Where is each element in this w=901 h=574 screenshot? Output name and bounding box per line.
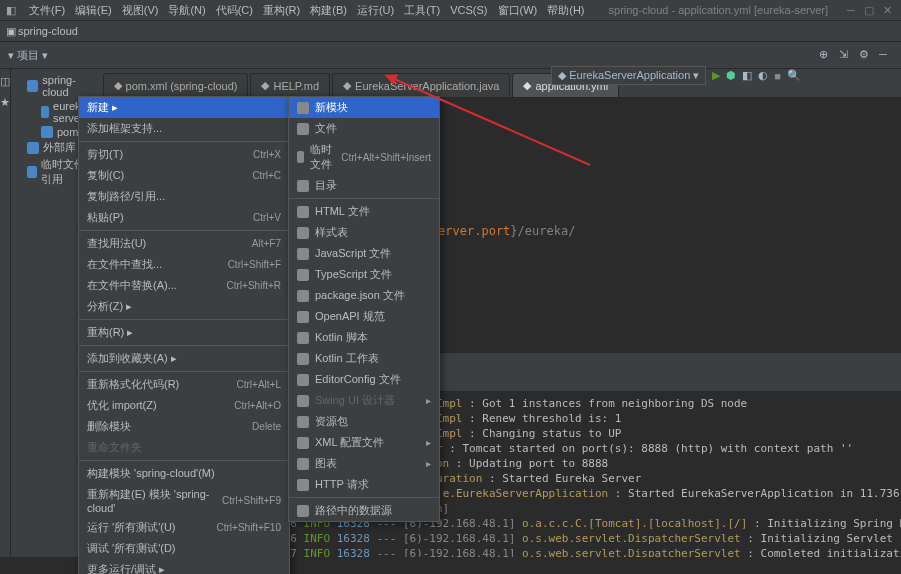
search-icon[interactable]: 🔍 — [787, 69, 801, 82]
menu-item[interactable]: 添加框架支持... — [79, 118, 289, 139]
project-dropdown[interactable]: ▾ 项目 ▾ — [8, 48, 48, 63]
menu-item[interactable]: 更多运行/调试 ▸ — [79, 559, 289, 574]
menu-item[interactable]: 剪切(T)Ctrl+X — [79, 144, 289, 165]
file-type-icon — [297, 311, 309, 323]
submenu-item[interactable]: Kotlin 脚本 — [289, 327, 439, 348]
menu-item[interactable]: 复制路径/引用... — [79, 186, 289, 207]
file-type-icon — [297, 206, 309, 218]
submenu-item[interactable]: Swing UI 设计器▸ — [289, 390, 439, 411]
menu-item[interactable]: 运行(U) — [352, 1, 399, 20]
file-type-icon — [297, 151, 304, 163]
editor-tab[interactable]: ◆HELP.md — [250, 73, 330, 97]
settings-icon[interactable]: ⚙ — [859, 48, 873, 62]
submenu-item[interactable]: OpenAPI 规范 — [289, 306, 439, 327]
file-type-icon — [297, 269, 309, 281]
favorites-icon[interactable]: ★ — [0, 96, 10, 109]
menu-item[interactable]: 重构(R) ▸ — [79, 322, 289, 343]
run-config-area[interactable]: ◆ EurekaServerApplication ▾ ▶ ⬢ ◧ ◐ ■ 🔍 — [551, 66, 801, 85]
file-icon: ◆ — [343, 79, 351, 92]
menu-bar[interactable]: 文件(F)编辑(E)视图(V)导航(N)代码(C)重构(R)构建(B)运行(U)… — [20, 0, 594, 20]
hide-icon[interactable]: ─ — [879, 48, 893, 62]
main-toolbar: ▾ 项目 ▾ ⊕ ⇲ ⚙ ─ — [0, 42, 901, 69]
file-type-icon — [297, 248, 309, 260]
file-icon: ◆ — [261, 79, 269, 92]
file-type-icon — [297, 374, 309, 386]
menu-item[interactable]: 编辑(E) — [70, 1, 117, 20]
submenu-item[interactable]: 目录 — [289, 175, 439, 196]
file-type-icon — [297, 395, 309, 407]
profile-icon[interactable]: ◐ — [758, 69, 768, 82]
folder-icon — [41, 126, 53, 138]
context-menu[interactable]: 新建 ▸添加框架支持...剪切(T)Ctrl+X复制(C)Ctrl+C复制路径/… — [78, 96, 290, 574]
submenu-item[interactable]: 新模块 — [289, 97, 439, 118]
maximize-button[interactable]: ▢ — [861, 2, 877, 18]
submenu-item[interactable]: TypeScript 文件 — [289, 264, 439, 285]
run-icon[interactable]: ▶ — [712, 69, 720, 82]
file-type-icon — [297, 332, 309, 344]
menu-item[interactable]: 重构(R) — [258, 1, 305, 20]
menu-item[interactable]: 复制(C)Ctrl+C — [79, 165, 289, 186]
submenu-item[interactable]: EditorConfig 文件 — [289, 369, 439, 390]
file-type-icon — [297, 227, 309, 239]
target-icon[interactable]: ⊕ — [819, 48, 833, 62]
menu-item[interactable]: 工具(T) — [399, 1, 445, 20]
coverage-icon[interactable]: ◧ — [742, 69, 752, 82]
submenu-item[interactable]: 资源包 — [289, 411, 439, 432]
stop2-icon[interactable]: ■ — [774, 70, 781, 82]
menu-item[interactable]: 添加到收藏夹(A) ▸ — [79, 348, 289, 369]
menu-item[interactable]: 粘贴(P)Ctrl+V — [79, 207, 289, 228]
editor-tab[interactable]: ◆pom.xml (spring-cloud) — [103, 73, 249, 97]
submenu-item[interactable]: 路径中的数据源 — [289, 500, 439, 521]
menu-item[interactable]: 查找用法(U)Alt+F7 — [79, 233, 289, 254]
structure-icon[interactable]: ◫ — [0, 75, 10, 88]
submenu-item[interactable]: 图表▸ — [289, 453, 439, 474]
menu-item[interactable]: 代码(C) — [211, 1, 258, 20]
menu-item[interactable]: 视图(V) — [117, 1, 164, 20]
menu-item[interactable]: 在文件中查找...Ctrl+Shift+F — [79, 254, 289, 275]
debug-icon[interactable]: ⬢ — [726, 69, 736, 82]
submenu-item[interactable]: 样式表 — [289, 222, 439, 243]
menu-item[interactable]: 新建 ▸ — [79, 97, 289, 118]
submenu-item[interactable]: 文件 — [289, 118, 439, 139]
project-icon: ▣ — [6, 25, 18, 37]
file-type-icon — [297, 479, 309, 491]
breadcrumb-text[interactable]: spring-cloud — [18, 25, 78, 37]
menu-item[interactable]: VCS(S) — [445, 2, 492, 18]
submenu-item[interactable]: XML 配置文件▸ — [289, 432, 439, 453]
left-tool-rail[interactable]: ◫ ★ — [0, 69, 11, 557]
menu-item[interactable]: 导航(N) — [163, 1, 210, 20]
file-type-icon — [297, 180, 309, 192]
submenu-item[interactable]: 临时文件Ctrl+Alt+Shift+Insert — [289, 139, 439, 175]
new-submenu[interactable]: 新模块文件临时文件Ctrl+Alt+Shift+Insert目录HTML 文件样… — [288, 96, 440, 522]
run-config-dropdown[interactable]: ◆ EurekaServerApplication ▾ — [551, 66, 706, 85]
menu-item[interactable]: 运行 '所有测试'(U)Ctrl+Shift+F10 — [79, 517, 289, 538]
menu-item[interactable]: 文件(F) — [24, 1, 70, 20]
menu-item[interactable]: 构建模块 'spring-cloud'(M) — [79, 463, 289, 484]
submenu-item[interactable]: HTTP 请求 — [289, 474, 439, 495]
menu-item[interactable]: 重命文件夹 — [79, 437, 289, 458]
collapse-icon[interactable]: ⇲ — [839, 48, 853, 62]
menu-item[interactable]: 调试 '所有测试'(D) — [79, 538, 289, 559]
menu-item[interactable]: 分析(Z) ▸ — [79, 296, 289, 317]
submenu-item[interactable]: JavaScript 文件 — [289, 243, 439, 264]
menu-item[interactable]: 优化 import(Z)Ctrl+Alt+O — [79, 395, 289, 416]
folder-icon — [27, 142, 39, 154]
menu-item[interactable]: 构建(B) — [305, 1, 352, 20]
close-button[interactable]: ✕ — [879, 2, 895, 18]
menu-item[interactable]: 窗口(W) — [493, 1, 543, 20]
folder-icon — [41, 106, 49, 118]
minimize-button[interactable]: ─ — [843, 2, 859, 18]
editor-tab[interactable]: ◆EurekaServerApplication.java — [332, 73, 510, 97]
title-path: spring-cloud - application.yml [eureka-s… — [596, 4, 841, 16]
app-icon: ◧ — [6, 4, 18, 16]
submenu-item[interactable]: Kotlin 工作表 — [289, 348, 439, 369]
submenu-item[interactable]: package.json 文件 — [289, 285, 439, 306]
file-type-icon — [297, 416, 309, 428]
file-type-icon — [297, 458, 309, 470]
menu-item[interactable]: 帮助(H) — [542, 1, 589, 20]
menu-item[interactable]: 在文件中替换(A)...Ctrl+Shift+R — [79, 275, 289, 296]
submenu-item[interactable]: HTML 文件 — [289, 201, 439, 222]
menu-item[interactable]: 删除模块Delete — [79, 416, 289, 437]
menu-item[interactable]: 重新构建(E) 模块 'spring-cloud'Ctrl+Shift+F9 — [79, 484, 289, 517]
menu-item[interactable]: 重新格式化代码(R)Ctrl+Alt+L — [79, 374, 289, 395]
